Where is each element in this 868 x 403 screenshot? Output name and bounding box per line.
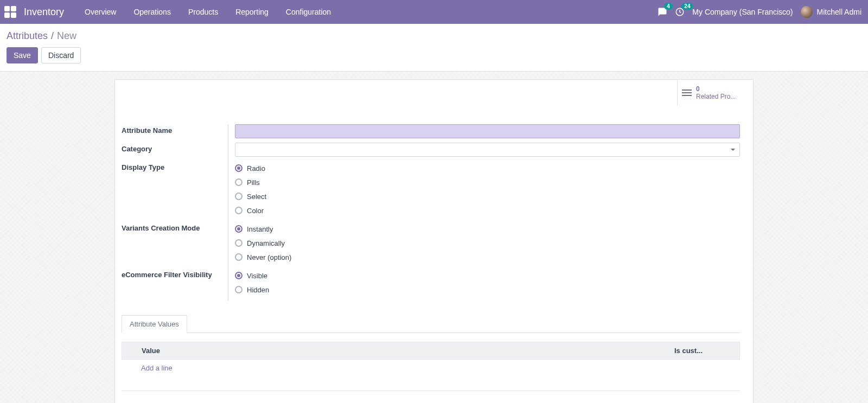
company-switcher[interactable]: My Company (San Francisco) bbox=[692, 8, 793, 16]
form-sheet: 0 Related Pro... Attribute Name Category bbox=[114, 79, 754, 403]
activities-badge: 24 bbox=[681, 3, 693, 10]
nav-products[interactable]: Products bbox=[180, 0, 227, 24]
nav-reporting[interactable]: Reporting bbox=[227, 0, 277, 24]
tab-attribute-values[interactable]: Attribute Values bbox=[122, 315, 187, 333]
radio-icon bbox=[235, 178, 242, 186]
label-display-type: Display Type bbox=[122, 161, 228, 171]
list-icon bbox=[682, 89, 692, 96]
user-menu[interactable]: Mitchell Admi bbox=[801, 6, 861, 18]
variants-mode-option-instantly[interactable]: Instantly bbox=[235, 222, 740, 236]
display-type-option-radio[interactable]: Radio bbox=[235, 161, 740, 175]
values-table-header: Value Is cust... bbox=[122, 342, 740, 360]
add-line-link[interactable]: Add a line bbox=[141, 364, 173, 372]
col-is-custom: Is cust... bbox=[674, 347, 712, 355]
related-products-button[interactable]: 0 Related Pro... bbox=[677, 80, 753, 106]
nav-overview[interactable]: Overview bbox=[76, 0, 125, 24]
label-ecom-visibility: eCommerce Filter Visibility bbox=[122, 268, 228, 279]
display-type-option-pills[interactable]: Pills bbox=[235, 175, 740, 189]
app-switcher-icon[interactable] bbox=[4, 6, 16, 18]
ecom-visibility-option-hidden[interactable]: Hidden bbox=[235, 283, 740, 297]
radio-label: Radio bbox=[247, 164, 265, 172]
radio-label: Instantly bbox=[247, 225, 273, 233]
breadcrumb-parent[interactable]: Attributes bbox=[7, 30, 48, 42]
radio-label: Never (option) bbox=[247, 253, 291, 261]
breadcrumb-separator: / bbox=[51, 30, 54, 42]
radio-label: Select bbox=[247, 193, 266, 201]
display-type-option-color[interactable]: Color bbox=[235, 203, 740, 218]
chevron-down-icon bbox=[731, 149, 735, 151]
breadcrumb-current: New bbox=[57, 30, 76, 42]
radio-label: Visible bbox=[247, 272, 267, 280]
radio-icon bbox=[235, 272, 242, 279]
nav-configuration[interactable]: Configuration bbox=[277, 0, 340, 24]
breadcrumb: Attributes / New bbox=[7, 30, 859, 42]
radio-icon bbox=[235, 286, 242, 293]
navbar: Inventory Overview Operations Products R… bbox=[0, 0, 868, 24]
discard-button[interactable]: Discard bbox=[41, 47, 81, 63]
variants-mode-option-never-option-[interactable]: Never (option) bbox=[235, 250, 740, 264]
messages-button[interactable]: 4 bbox=[658, 7, 667, 17]
variants-mode-option-dynamically[interactable]: Dynamically bbox=[235, 236, 740, 250]
messages-badge: 4 bbox=[664, 3, 673, 10]
label-category: Category bbox=[122, 143, 228, 153]
label-variants-mode: Variants Creation Mode bbox=[122, 222, 228, 232]
save-button[interactable]: Save bbox=[7, 47, 38, 63]
nav-operations[interactable]: Operations bbox=[125, 0, 179, 24]
avatar bbox=[801, 6, 813, 18]
nav-links: Overview Operations Products Reporting C… bbox=[76, 0, 340, 24]
ecom-visibility-option-visible[interactable]: Visible bbox=[235, 268, 740, 283]
category-select[interactable] bbox=[235, 143, 740, 157]
label-attribute-name: Attribute Name bbox=[122, 124, 228, 135]
radio-icon bbox=[235, 253, 242, 261]
radio-label: Hidden bbox=[247, 286, 269, 294]
col-value: Value bbox=[142, 347, 674, 355]
user-name: Mitchell Admi bbox=[817, 8, 861, 16]
activities-button[interactable]: 24 bbox=[675, 7, 685, 17]
radio-label: Pills bbox=[247, 178, 260, 187]
control-panel: Attributes / New Save Discard bbox=[0, 24, 868, 72]
radio-icon bbox=[235, 225, 242, 233]
radio-icon bbox=[235, 207, 242, 214]
attribute-name-input[interactable] bbox=[235, 124, 740, 138]
app-title[interactable]: Inventory bbox=[24, 7, 64, 18]
display-type-option-select[interactable]: Select bbox=[235, 189, 740, 203]
radio-icon bbox=[235, 164, 242, 172]
radio-label: Dynamically bbox=[247, 239, 285, 247]
radio-icon bbox=[235, 193, 242, 200]
radio-label: Color bbox=[247, 207, 264, 215]
radio-icon bbox=[235, 239, 242, 247]
related-label: Related Pro... bbox=[696, 93, 745, 100]
related-count: 0 bbox=[696, 85, 700, 93]
